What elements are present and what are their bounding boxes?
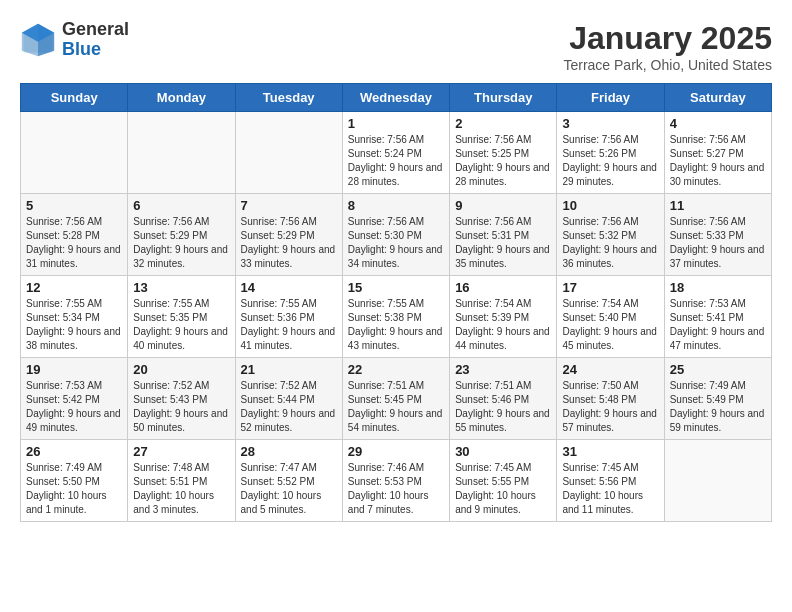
day-number: 9 [455,198,551,213]
calendar-cell: 15 Sunrise: 7:55 AMSunset: 5:38 PMDaylig… [342,276,449,358]
weekday-header: Thursday [450,84,557,112]
calendar-cell: 21 Sunrise: 7:52 AMSunset: 5:44 PMDaylig… [235,358,342,440]
calendar-week-row: 5 Sunrise: 7:56 AMSunset: 5:28 PMDayligh… [21,194,772,276]
day-info: Sunrise: 7:56 AMSunset: 5:31 PMDaylight:… [455,215,551,271]
day-info: Sunrise: 7:51 AMSunset: 5:45 PMDaylight:… [348,379,444,435]
day-info: Sunrise: 7:49 AMSunset: 5:49 PMDaylight:… [670,379,766,435]
day-number: 31 [562,444,658,459]
day-info: Sunrise: 7:56 AMSunset: 5:24 PMDaylight:… [348,133,444,189]
calendar-cell: 27 Sunrise: 7:48 AMSunset: 5:51 PMDaylig… [128,440,235,522]
weekday-header: Wednesday [342,84,449,112]
calendar-cell: 20 Sunrise: 7:52 AMSunset: 5:43 PMDaylig… [128,358,235,440]
day-info: Sunrise: 7:53 AMSunset: 5:42 PMDaylight:… [26,379,122,435]
calendar-cell [235,112,342,194]
day-number: 23 [455,362,551,377]
day-info: Sunrise: 7:56 AMSunset: 5:29 PMDaylight:… [241,215,337,271]
day-number: 19 [26,362,122,377]
calendar-cell: 13 Sunrise: 7:55 AMSunset: 5:35 PMDaylig… [128,276,235,358]
calendar-week-row: 1 Sunrise: 7:56 AMSunset: 5:24 PMDayligh… [21,112,772,194]
day-info: Sunrise: 7:46 AMSunset: 5:53 PMDaylight:… [348,461,444,517]
day-number: 20 [133,362,229,377]
calendar-cell: 23 Sunrise: 7:51 AMSunset: 5:46 PMDaylig… [450,358,557,440]
day-info: Sunrise: 7:52 AMSunset: 5:43 PMDaylight:… [133,379,229,435]
day-info: Sunrise: 7:56 AMSunset: 5:30 PMDaylight:… [348,215,444,271]
day-number: 14 [241,280,337,295]
day-info: Sunrise: 7:54 AMSunset: 5:39 PMDaylight:… [455,297,551,353]
calendar-cell: 14 Sunrise: 7:55 AMSunset: 5:36 PMDaylig… [235,276,342,358]
logo-blue: Blue [62,40,129,60]
calendar-cell: 11 Sunrise: 7:56 AMSunset: 5:33 PMDaylig… [664,194,771,276]
calendar-table: SundayMondayTuesdayWednesdayThursdayFrid… [20,83,772,522]
calendar-week-row: 19 Sunrise: 7:53 AMSunset: 5:42 PMDaylig… [21,358,772,440]
calendar-cell [21,112,128,194]
calendar-cell: 18 Sunrise: 7:53 AMSunset: 5:41 PMDaylig… [664,276,771,358]
day-info: Sunrise: 7:56 AMSunset: 5:33 PMDaylight:… [670,215,766,271]
calendar-cell: 2 Sunrise: 7:56 AMSunset: 5:25 PMDayligh… [450,112,557,194]
day-info: Sunrise: 7:50 AMSunset: 5:48 PMDaylight:… [562,379,658,435]
day-number: 11 [670,198,766,213]
day-number: 22 [348,362,444,377]
calendar-cell: 5 Sunrise: 7:56 AMSunset: 5:28 PMDayligh… [21,194,128,276]
day-number: 30 [455,444,551,459]
weekday-header: Monday [128,84,235,112]
day-info: Sunrise: 7:48 AMSunset: 5:51 PMDaylight:… [133,461,229,517]
day-number: 25 [670,362,766,377]
calendar-cell: 19 Sunrise: 7:53 AMSunset: 5:42 PMDaylig… [21,358,128,440]
calendar-cell: 3 Sunrise: 7:56 AMSunset: 5:26 PMDayligh… [557,112,664,194]
weekday-header: Tuesday [235,84,342,112]
calendar-cell [128,112,235,194]
calendar-cell: 25 Sunrise: 7:49 AMSunset: 5:49 PMDaylig… [664,358,771,440]
day-number: 15 [348,280,444,295]
day-info: Sunrise: 7:52 AMSunset: 5:44 PMDaylight:… [241,379,337,435]
day-info: Sunrise: 7:45 AMSunset: 5:56 PMDaylight:… [562,461,658,517]
calendar-cell: 8 Sunrise: 7:56 AMSunset: 5:30 PMDayligh… [342,194,449,276]
calendar-cell: 12 Sunrise: 7:55 AMSunset: 5:34 PMDaylig… [21,276,128,358]
day-number: 10 [562,198,658,213]
day-number: 28 [241,444,337,459]
calendar-cell: 29 Sunrise: 7:46 AMSunset: 5:53 PMDaylig… [342,440,449,522]
day-number: 12 [26,280,122,295]
calendar-cell: 9 Sunrise: 7:56 AMSunset: 5:31 PMDayligh… [450,194,557,276]
weekday-header: Sunday [21,84,128,112]
day-info: Sunrise: 7:55 AMSunset: 5:35 PMDaylight:… [133,297,229,353]
day-number: 6 [133,198,229,213]
location: Terrace Park, Ohio, United States [563,57,772,73]
day-number: 13 [133,280,229,295]
logo-icon [20,22,56,58]
calendar-cell: 31 Sunrise: 7:45 AMSunset: 5:56 PMDaylig… [557,440,664,522]
day-info: Sunrise: 7:56 AMSunset: 5:32 PMDaylight:… [562,215,658,271]
calendar-cell: 17 Sunrise: 7:54 AMSunset: 5:40 PMDaylig… [557,276,664,358]
day-info: Sunrise: 7:51 AMSunset: 5:46 PMDaylight:… [455,379,551,435]
day-number: 16 [455,280,551,295]
calendar-week-row: 26 Sunrise: 7:49 AMSunset: 5:50 PMDaylig… [21,440,772,522]
day-info: Sunrise: 7:56 AMSunset: 5:25 PMDaylight:… [455,133,551,189]
calendar-cell: 7 Sunrise: 7:56 AMSunset: 5:29 PMDayligh… [235,194,342,276]
logo: General Blue [20,20,129,60]
calendar-cell: 10 Sunrise: 7:56 AMSunset: 5:32 PMDaylig… [557,194,664,276]
calendar-cell: 30 Sunrise: 7:45 AMSunset: 5:55 PMDaylig… [450,440,557,522]
day-number: 1 [348,116,444,131]
weekday-header: Friday [557,84,664,112]
calendar-cell [664,440,771,522]
calendar-cell: 16 Sunrise: 7:54 AMSunset: 5:39 PMDaylig… [450,276,557,358]
title-block: January 2025 Terrace Park, Ohio, United … [563,20,772,73]
logo-general: General [62,20,129,40]
day-number: 27 [133,444,229,459]
day-number: 8 [348,198,444,213]
day-info: Sunrise: 7:56 AMSunset: 5:27 PMDaylight:… [670,133,766,189]
day-number: 7 [241,198,337,213]
day-info: Sunrise: 7:55 AMSunset: 5:36 PMDaylight:… [241,297,337,353]
day-info: Sunrise: 7:56 AMSunset: 5:28 PMDaylight:… [26,215,122,271]
logo-text: General Blue [62,20,129,60]
day-info: Sunrise: 7:49 AMSunset: 5:50 PMDaylight:… [26,461,122,517]
weekday-header-row: SundayMondayTuesdayWednesdayThursdayFrid… [21,84,772,112]
month-title: January 2025 [563,20,772,57]
calendar-cell: 28 Sunrise: 7:47 AMSunset: 5:52 PMDaylig… [235,440,342,522]
day-number: 2 [455,116,551,131]
day-info: Sunrise: 7:53 AMSunset: 5:41 PMDaylight:… [670,297,766,353]
day-number: 3 [562,116,658,131]
day-number: 26 [26,444,122,459]
day-info: Sunrise: 7:56 AMSunset: 5:29 PMDaylight:… [133,215,229,271]
day-info: Sunrise: 7:47 AMSunset: 5:52 PMDaylight:… [241,461,337,517]
weekday-header: Saturday [664,84,771,112]
